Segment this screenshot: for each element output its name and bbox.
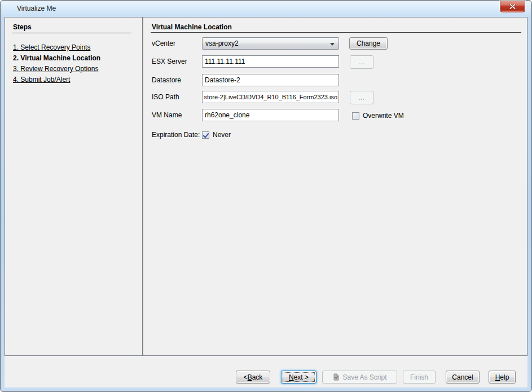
expiration-never-label: Never [213,131,231,139]
steps-header-rule [12,33,131,33]
step-link-review-recovery-options[interactable]: 3. Review Recovery Options [13,65,98,73]
vcenter-selected-value: vsa-proxy2 [205,39,239,47]
titlebar: Virtualize Me [1,1,531,17]
datastore-label: Datastore [152,74,181,86]
vm-name-input[interactable] [202,109,339,121]
screen: Virtualize Me Steps 1. Select Recovery P… [0,0,532,392]
steps-header: Steps [13,23,32,31]
cancel-button[interactable]: Cancel [446,371,480,384]
close-icon [509,4,516,9]
expiration-date-label: Expiration Date: [152,129,200,141]
wizard-button-bar: < Back Next > Save As Script Finish Canc… [5,356,527,387]
iso-path-label: ISO Path [152,91,179,103]
help-button[interactable]: Help [489,371,516,384]
save-as-script-button: Save As Script [322,371,397,384]
script-page-icon [332,373,340,381]
window-title: Virtualize Me [17,5,56,12]
overwrite-vm-group: Overwrite VM [352,109,404,122]
iso-path-input[interactable] [202,91,339,103]
virtualize-me-dialog: Virtualize Me Steps 1. Select Recovery P… [0,0,532,392]
virtual-machine-location-form: Virtual Machine Location vCenter vsa-pro… [143,17,527,356]
expiration-never-group: Never [202,129,231,141]
overwrite-vm-label: Overwrite VM [363,112,404,120]
esx-server-browse-button: ... [350,55,373,69]
chevron-down-icon [330,43,335,46]
vcenter-label: vCenter [152,37,175,50]
vm-name-label: VM Name [152,109,182,121]
datastore-input[interactable] [202,74,339,86]
steps-panel: Steps 1. Select Recovery Points 2. Virtu… [5,17,143,356]
form-title-rule [151,32,521,33]
dialog-client-area: Steps 1. Select Recovery Points 2. Virtu… [5,17,527,387]
step-link-select-recovery-points[interactable]: 1. Select Recovery Points [13,43,90,51]
step-link-submit-job-alert[interactable]: 4. Submit Job/Alert [13,76,70,83]
checkmark-icon [203,131,209,138]
esx-server-input[interactable] [202,55,339,68]
save-as-script-label: Save As Script [342,373,386,381]
vcenter-select[interactable]: vsa-proxy2 [202,37,339,50]
step-current-virtual-machine-location[interactable]: 2. Virtual Machine Location [13,54,100,62]
change-button[interactable]: Change [349,37,388,50]
expiration-never-checkbox[interactable] [202,131,209,139]
back-button[interactable]: < Back [236,371,270,384]
esx-server-label: ESX Server [152,55,187,68]
overwrite-vm-checkbox[interactable] [352,112,359,120]
next-button[interactable]: Next > [281,371,316,384]
close-button[interactable] [500,1,525,12]
iso-path-browse-button: ... [350,91,373,104]
finish-button: Finish [403,371,436,384]
form-title: Virtual Machine Location [152,23,232,31]
